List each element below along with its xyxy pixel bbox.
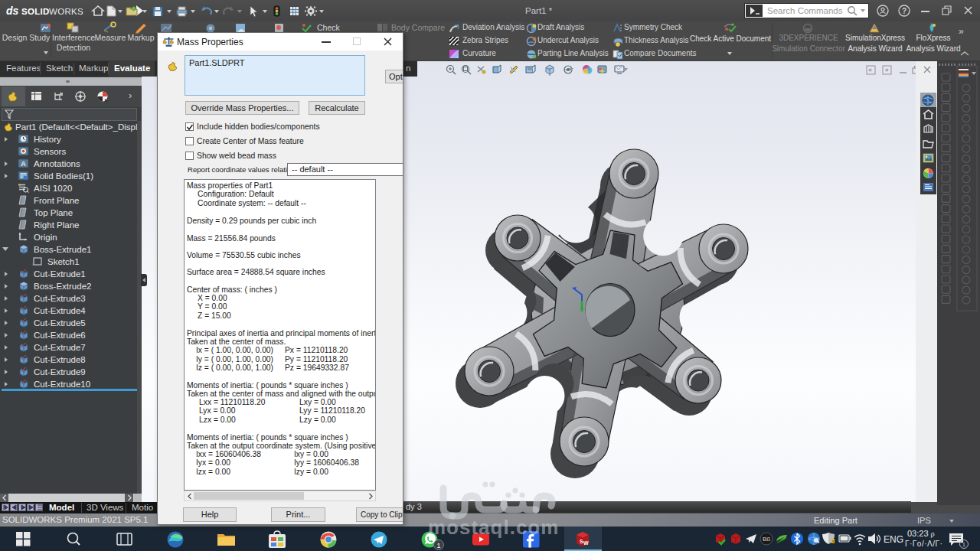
svg-text:SOLID: SOLID	[21, 7, 50, 16]
svg-text:1: 1	[962, 542, 965, 547]
svg-text:!: !	[832, 540, 834, 544]
svg-text:A: A	[21, 160, 26, 168]
svg-text:W: W	[583, 540, 589, 546]
svg-text:WORKS: WORKS	[49, 7, 83, 16]
svg-text:Bß: Bß	[763, 536, 770, 543]
svg-text:?: ?	[902, 7, 906, 15]
svg-text:mostaql.com: mostaql.com	[428, 516, 559, 539]
svg-text:ds: ds	[6, 5, 19, 17]
